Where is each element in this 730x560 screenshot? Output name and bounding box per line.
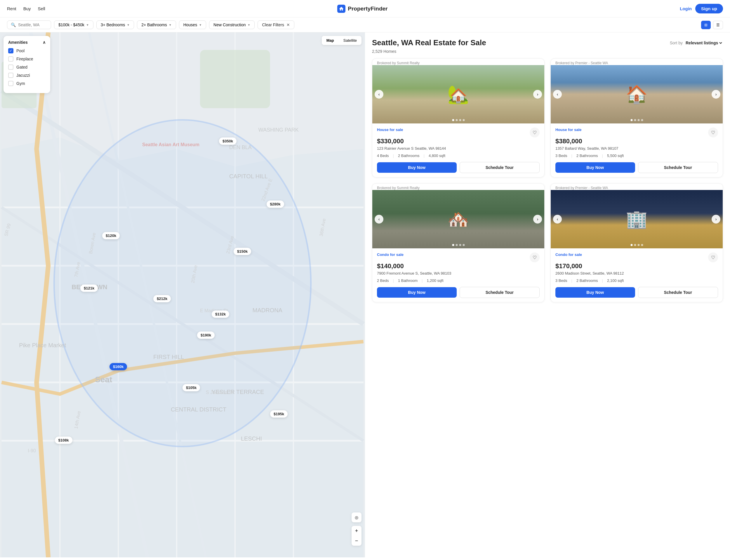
price-pin[interactable]: $121k: [80, 285, 98, 292]
chevron-down-icon: ▼: [248, 23, 250, 27]
price-filter-label: $100k - $450k: [58, 22, 84, 27]
svg-text:Seattle Asian Art Museum: Seattle Asian Art Museum: [142, 142, 199, 147]
price-pin[interactable]: $105k: [182, 384, 200, 391]
image-prev-button[interactable]: ‹: [375, 215, 384, 224]
gated-checkbox[interactable]: [8, 64, 13, 70]
price-pin[interactable]: $195k: [270, 410, 287, 418]
schedule-tour-button[interactable]: Schedule Tour: [638, 162, 718, 173]
wishlist-button[interactable]: ♡: [530, 252, 540, 262]
price-pin[interactable]: $132k: [212, 310, 229, 318]
signup-button[interactable]: Sign up: [695, 4, 723, 13]
gym-checkbox[interactable]: [8, 81, 13, 86]
collapse-icon: ∧: [43, 40, 46, 45]
property-type-filter[interactable]: Houses ▼: [179, 20, 206, 29]
img-dot: [630, 244, 633, 246]
broker-tag: Brokered by Summit Realty: [372, 59, 544, 65]
property-address: 7900 Fremont Avenue S, Seattle, WA 98103: [377, 271, 540, 275]
price-pin[interactable]: $212k: [153, 295, 171, 302]
price-pin[interactable]: $280k: [266, 200, 284, 208]
buy-now-button[interactable]: Buy Now: [555, 162, 635, 173]
image-next-button[interactable]: ›: [712, 90, 720, 99]
buy-now-button[interactable]: Buy Now: [555, 287, 635, 298]
nav-buy[interactable]: Buy: [23, 6, 31, 11]
wishlist-button[interactable]: ♡: [530, 128, 540, 137]
pool-label: Pool: [16, 48, 25, 53]
map-view-button[interactable]: Map: [322, 36, 339, 45]
property-body: Condo for sale ♡ $140,000 7900 Fremont A…: [372, 248, 544, 302]
nav-sell[interactable]: Sell: [38, 6, 45, 11]
zoom-in-button[interactable]: +: [351, 526, 361, 536]
beds-detail: 2 Beds: [377, 278, 389, 283]
zoom-out-button[interactable]: −: [351, 536, 361, 546]
property-image: 🏘️ ‹ ›: [372, 190, 544, 248]
locate-button[interactable]: ◎: [351, 512, 361, 522]
price-pin[interactable]: $350k: [219, 137, 236, 145]
grid-view-button[interactable]: ⊞: [701, 21, 711, 29]
nav-rent[interactable]: Rent: [7, 6, 16, 11]
amenity-gated[interactable]: Gated: [8, 64, 46, 70]
sort-select[interactable]: Relevant listings: [684, 40, 723, 46]
map-toggle: Map Satellite: [322, 36, 361, 45]
login-button[interactable]: Login: [680, 6, 692, 11]
amenity-fireplace[interactable]: Fireplace: [8, 56, 46, 62]
img-dot: [456, 119, 458, 121]
schedule-tour-button[interactable]: Schedule Tour: [638, 287, 718, 298]
image-dots: [630, 244, 643, 246]
list-icon: ☰: [716, 23, 720, 27]
price-pin[interactable]: $160k: [109, 363, 127, 370]
property-body: House for sale ♡ $330,000 123 Rainier Av…: [372, 123, 544, 177]
property-type: House for sale: [555, 128, 582, 132]
sort-control: Sort by Relevant listings: [670, 40, 723, 46]
price-pin[interactable]: $190k: [197, 332, 215, 339]
satellite-view-button[interactable]: Satellite: [339, 36, 361, 45]
image-prev-button[interactable]: ‹: [553, 215, 562, 224]
amenities-header[interactable]: Amenities ∧: [8, 40, 46, 45]
wishlist-button[interactable]: ♡: [708, 128, 718, 137]
image-dots: [630, 119, 643, 121]
image-prev-button[interactable]: ‹: [553, 90, 562, 99]
view-toggle: ⊞ ☰: [701, 21, 723, 29]
fireplace-checkbox[interactable]: [8, 56, 13, 62]
svg-text:CAPITOL HILL: CAPITOL HILL: [229, 173, 268, 179]
clear-filters-button[interactable]: Clear Filters ✕: [257, 20, 294, 29]
image-next-button[interactable]: ›: [533, 90, 542, 99]
buy-now-button[interactable]: Buy Now: [377, 287, 457, 298]
jacuzzi-checkbox[interactable]: [8, 73, 13, 78]
image-next-button[interactable]: ›: [533, 215, 542, 224]
wishlist-button[interactable]: ♡: [708, 252, 718, 262]
property-body: Condo for sale ♡ $170,000 2600 Madison S…: [551, 248, 723, 302]
filter-bar: 🔍 $100k - $450k ▼ 3+ Bedrooms ▼ 2+ Bathr…: [0, 18, 730, 32]
bathrooms-filter[interactable]: 2+ Bathrooms ▼: [137, 20, 176, 29]
price-pin[interactable]: $108k: [55, 437, 72, 444]
img-dot: [463, 244, 465, 246]
search-input[interactable]: [18, 22, 47, 27]
site-logo[interactable]: PropertyFinder: [337, 5, 388, 13]
price-filter[interactable]: $100k - $450k ▼: [54, 20, 93, 29]
clear-filters-label: Clear Filters: [262, 22, 284, 27]
amenity-jacuzzi[interactable]: Jacuzzi: [8, 73, 46, 78]
bedrooms-filter[interactable]: 3+ Bedrooms ▼: [96, 20, 134, 29]
amenity-gym[interactable]: Gym: [8, 81, 46, 86]
property-type: Condo for sale: [555, 252, 582, 257]
list-view-button[interactable]: ☰: [713, 21, 723, 29]
beds-detail: 3 Beds: [555, 153, 567, 158]
price-pin[interactable]: $150k: [233, 248, 251, 255]
image-prev-button[interactable]: ‹: [375, 90, 384, 99]
amenity-pool[interactable]: Pool: [8, 48, 46, 53]
svg-text:MADRONA: MADRONA: [252, 307, 283, 313]
construction-label: New Construction: [213, 22, 246, 27]
amenities-panel: Amenities ∧ Pool Fireplace Gated J: [4, 36, 50, 93]
chevron-down-icon: ▼: [86, 23, 89, 27]
map-panel: BELLTOWN Pike Place Market Seat FIRST HI…: [0, 32, 365, 557]
construction-filter[interactable]: New Construction ▼: [209, 20, 255, 29]
img-dot: [637, 119, 640, 121]
svg-text:DEN BLA: DEN BLA: [229, 144, 252, 150]
schedule-tour-button[interactable]: Schedule Tour: [460, 287, 540, 298]
image-next-button[interactable]: ›: [712, 215, 720, 224]
search-box[interactable]: 🔍: [7, 20, 51, 29]
property-actions: Buy Now Schedule Tour: [377, 162, 540, 173]
schedule-tour-button[interactable]: Schedule Tour: [460, 162, 540, 173]
price-pin[interactable]: $120k: [102, 232, 120, 239]
buy-now-button[interactable]: Buy Now: [377, 162, 457, 173]
pool-checkbox[interactable]: [8, 48, 13, 53]
